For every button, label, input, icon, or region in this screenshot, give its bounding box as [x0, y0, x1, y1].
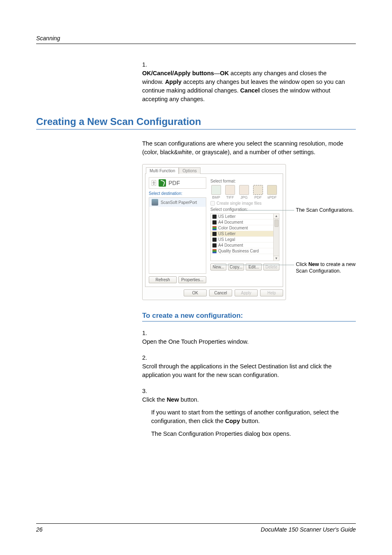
callout-text: Click New to create a new Scan Configura… [296, 261, 366, 275]
step-item: 1. Open the One Touch Properties window. [142, 329, 356, 346]
select-destination-label: Select destination: [149, 191, 206, 196]
format-row: BMP TIFF JPG PDF sPDF [210, 185, 279, 199]
page-icon [212, 243, 217, 247]
configuration-list[interactable]: US Letter A4 Document Color Document US … [210, 213, 279, 261]
tab-options[interactable]: Options [179, 167, 200, 174]
callout-line [241, 210, 294, 210]
screenshot: Multi FunctionOptions ▲▼ PDF Select dest… [142, 164, 369, 300]
scroll-up-icon[interactable]: ▲ [274, 214, 279, 219]
apply-button[interactable]: Apply [235, 289, 258, 296]
scroll-thumb[interactable] [274, 220, 279, 227]
spdf-icon[interactable] [267, 185, 277, 195]
destination-item[interactable]: ScanSoft PaperPort [149, 198, 206, 207]
pdf-selector[interactable]: ▲▼ PDF [149, 177, 206, 189]
sep: — [214, 70, 220, 76]
page-icon [212, 232, 217, 236]
page-icon [212, 226, 217, 230]
bold-cancel: Cancel [240, 87, 260, 94]
pdf-format-icon[interactable] [253, 185, 263, 195]
dialog-window: Multi FunctionOptions ▲▼ PDF Select dest… [142, 164, 286, 300]
tiff-icon[interactable] [225, 185, 235, 195]
cancel-button[interactable]: Cancel [209, 289, 232, 296]
intro-paragraph: The scan configurations are where you se… [142, 139, 356, 157]
page-icon [212, 249, 217, 253]
properties-button[interactable]: Properties... [178, 276, 206, 283]
app-icon [152, 199, 158, 206]
callout-text: The Scan Configurations. [296, 207, 366, 213]
select-format-label: Select format: [210, 179, 279, 183]
bold-ok: OK [220, 70, 229, 76]
section-heading: Creating a New Scan Configuration [36, 116, 356, 130]
ok-button[interactable]: OK [184, 289, 207, 296]
footer-title: DocuMate 150 Scanner User's Guide [261, 526, 356, 533]
running-header: Scanning [36, 35, 60, 42]
page-icon [212, 220, 217, 224]
item-number: 1. [142, 60, 151, 69]
bmp-icon[interactable] [211, 185, 221, 195]
jpg-icon[interactable] [239, 185, 249, 195]
destination-list[interactable]: ScanSoft PaperPort [149, 197, 206, 274]
callout-line [214, 265, 294, 265]
bold-label: OK/Cancel/Apply buttons [142, 70, 214, 76]
page-icon [212, 215, 217, 219]
page-number: 26 [36, 526, 43, 533]
refresh-button[interactable]: Refresh [149, 276, 177, 283]
pdf-icon [159, 179, 166, 187]
create-single-checkbox[interactable]: Create single image files [210, 201, 279, 206]
scrollbar[interactable]: ▲ ▼ [273, 214, 279, 261]
pdf-label: PDF [168, 180, 180, 186]
list-item: 1. OK/Cancel/Apply buttons—OK accepts an… [142, 60, 356, 104]
bold-apply: Apply [165, 79, 182, 85]
select-configuration-label: Select configuration: [210, 207, 279, 212]
destination-item-label: ScanSoft PaperPort [161, 200, 197, 205]
step-item: 3. Click the New button. If you want to … [142, 387, 356, 438]
subsection-heading: To create a new configuration: [142, 312, 356, 321]
page-icon [212, 238, 217, 242]
spinner[interactable]: ▲▼ [152, 180, 156, 186]
help-button[interactable]: Help [260, 289, 283, 296]
scroll-down-icon[interactable]: ▼ [274, 256, 279, 261]
step-item: 2. Scroll through the applications in th… [142, 354, 356, 379]
tab-multi-function[interactable]: Multi Function [146, 167, 179, 174]
